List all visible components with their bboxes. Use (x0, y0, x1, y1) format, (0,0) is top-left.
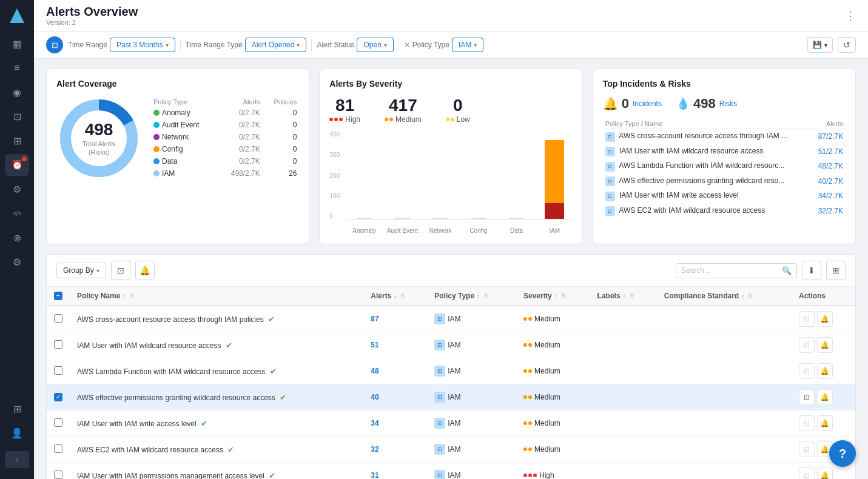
sidebar-item-config2[interactable]: ⚙ (5, 251, 29, 273)
severity-card-title: Alerts By Severity (329, 79, 572, 89)
th-policy-name[interactable]: Policy Name ↕ ⠿ (70, 287, 363, 306)
incidents-link[interactable]: Incidents (633, 99, 662, 108)
alerts-number[interactable]: 31 (371, 471, 378, 479)
th-policy-type[interactable]: Policy Type ↕ ⠿ (427, 287, 516, 306)
shield-icon: ⊡ (13, 111, 21, 122)
severity-text: High (539, 471, 554, 479)
bar-data (499, 218, 534, 219)
sidebar-expand-button[interactable]: › (5, 451, 29, 468)
row-archive-button[interactable]: ⊡ (799, 441, 815, 457)
row-suppress-button[interactable]: 🔔 (817, 363, 833, 379)
policy-type-value: IAM (459, 41, 471, 49)
row-checkbox[interactable] (54, 314, 62, 323)
dot-red-2 (334, 118, 338, 121)
td-severity: Medium (516, 332, 590, 358)
alerts-number[interactable]: 87 (371, 315, 378, 323)
analytics-icon: ◉ (13, 87, 21, 98)
row-checkbox[interactable] (54, 418, 62, 427)
policy-type-close-button[interactable]: ✕ (404, 41, 410, 49)
row-suppress-button[interactable]: 🔔 (817, 311, 833, 327)
row-suppress-button[interactable]: 🔔 (817, 415, 833, 431)
th-compliance[interactable]: Compliance Standard ↕ ⠿ (657, 287, 792, 306)
coverage-policy-name: Audit Event (151, 119, 218, 131)
row-archive-button[interactable]: ⊡ (799, 467, 815, 479)
sidebar-item-settings[interactable]: ⚙ (5, 178, 29, 200)
sidebar-item-menu[interactable]: ≡ (5, 57, 29, 79)
severity-cell: Medium (523, 445, 583, 454)
th-alerts[interactable]: Alerts ↓ ⠿ (363, 287, 427, 306)
time-range-label: Time Range (68, 41, 107, 49)
row-suppress-button[interactable]: 🔔 (817, 467, 833, 479)
row-archive-button[interactable]: ⊡ (799, 363, 815, 379)
row-suppress-button[interactable]: 🔔 (817, 389, 833, 405)
time-range-type-button[interactable]: Alert Opened ▾ (245, 38, 307, 52)
columns-toggle-button[interactable]: ⊞ (826, 261, 846, 280)
alerts-number[interactable]: 40 (371, 393, 378, 401)
sev-dot (528, 474, 532, 477)
row-archive-button[interactable]: ⊡ (799, 337, 815, 353)
row-archive-button[interactable]: ⊡ (799, 415, 815, 431)
alerts-number[interactable]: 34 (371, 419, 378, 427)
severity-dots (523, 369, 532, 373)
td-checkbox[interactable] (47, 437, 70, 463)
risks-count-item: 💧 498 Risks (676, 96, 737, 112)
inc-name-text: AWS EC2 with IAM wildcard resource acces… (619, 206, 765, 215)
th-severity[interactable]: Severity ↕ ⠿ (516, 287, 590, 306)
sidebar-item-user[interactable]: 👤 (5, 422, 29, 444)
td-checkbox[interactable] (47, 410, 70, 437)
help-button[interactable]: ? (829, 440, 856, 467)
more-options-button[interactable]: ⋮ (845, 9, 856, 22)
row-archive-button[interactable]: ⊡ (799, 389, 815, 405)
risks-link[interactable]: Risks (719, 99, 737, 108)
suppress-button[interactable]: 🔔 (135, 261, 155, 280)
app-logo[interactable] (7, 6, 27, 25)
sidebar-item-network[interactable]: ⊗ (5, 227, 29, 249)
coverage-alerts-val: 0/2.7K (218, 155, 263, 167)
td-checkbox[interactable] (47, 306, 70, 332)
policy-type-cell: ⊡ IAM (434, 366, 509, 377)
sev-dot (523, 395, 527, 399)
sidebar-item-alerts[interactable]: ⏰ (5, 154, 29, 176)
th-compliance-drag: ⠿ (748, 293, 752, 300)
td-checkbox[interactable]: ✓ (47, 384, 70, 410)
inc-name-text: IAM User with IAM wildcard resource acce… (619, 147, 763, 155)
alert-status-button[interactable]: Open ▾ (357, 38, 393, 52)
alerts-number[interactable]: 51 (371, 341, 378, 349)
save-filter-button[interactable]: 💾 ▾ (807, 37, 833, 53)
row-checkbox[interactable] (54, 471, 62, 479)
sev-dot (523, 474, 527, 477)
sidebar-item-code[interactable]: </> (5, 203, 29, 224)
policy-type-button[interactable]: IAM ▾ (452, 38, 483, 52)
row-checkbox[interactable]: ✓ (54, 393, 62, 401)
sidebar-item-dashboard[interactable]: ▦ (5, 33, 29, 55)
search-input[interactable] (681, 266, 778, 275)
data-table: − Policy Name ↕ ⠿ (47, 287, 855, 479)
sidebar-item-docs[interactable]: ⊞ (5, 130, 29, 152)
th-labels[interactable]: Labels ↕ ⠿ (590, 287, 657, 306)
td-checkbox[interactable] (47, 358, 70, 384)
row-checkbox[interactable] (54, 444, 62, 453)
alerts-number[interactable]: 32 (371, 445, 378, 454)
row-checkbox[interactable] (54, 366, 62, 375)
time-range-arrow-icon: ▾ (166, 42, 169, 49)
alerts-number[interactable]: 48 (371, 367, 378, 375)
risks-icon: 💧 (676, 97, 690, 110)
row-suppress-button[interactable]: 🔔 (817, 337, 833, 353)
archive-button[interactable]: ⊡ (111, 261, 130, 280)
table-row: IAM User with IAM wildcard resource acce… (47, 332, 855, 358)
select-all-checkbox[interactable]: − (54, 292, 62, 300)
inc-policy-icon: ⊡ (605, 206, 615, 216)
td-checkbox[interactable] (47, 332, 70, 358)
row-archive-button[interactable]: ⊡ (799, 311, 815, 327)
sidebar-item-analytics[interactable]: ◉ (5, 81, 29, 103)
reset-filter-button[interactable]: ↺ (838, 37, 856, 53)
x-label-data: Data (499, 227, 534, 234)
sidebar-item-shield[interactable]: ⊡ (5, 106, 29, 127)
td-checkbox[interactable] (47, 463, 70, 480)
td-severity: Medium (516, 410, 590, 437)
time-range-button[interactable]: Past 3 Months ▾ (110, 38, 175, 52)
sidebar-item-reports[interactable]: ⊞ (5, 398, 29, 420)
group-by-button[interactable]: Group By ▾ (56, 263, 106, 278)
row-checkbox[interactable] (54, 340, 62, 349)
download-button[interactable]: ⬇ (802, 261, 821, 280)
